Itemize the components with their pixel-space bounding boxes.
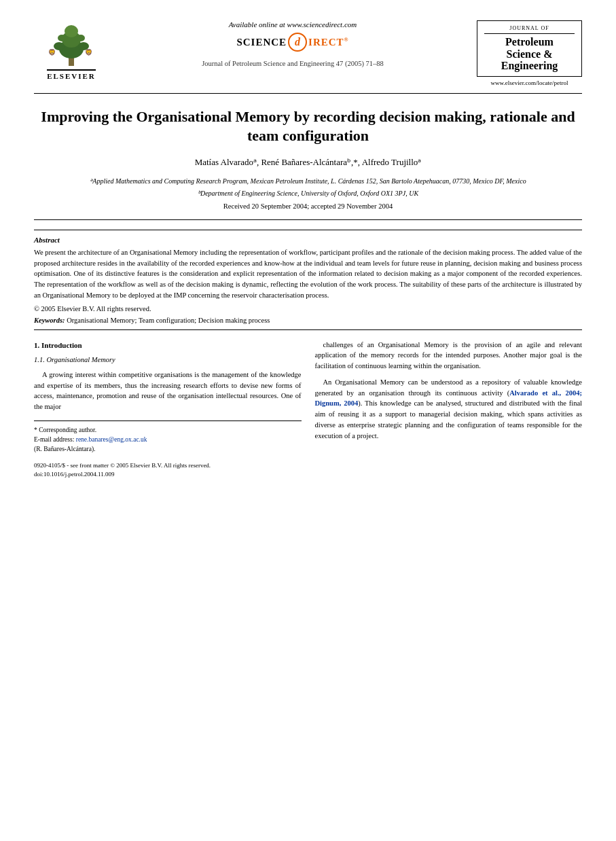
svg-point-7 xyxy=(77,35,85,41)
header-divider xyxy=(34,93,582,94)
keywords-label: Keywords: xyxy=(34,317,65,324)
email-line: E-mail address: rene.banares@eng.ox.ac.u… xyxy=(34,435,302,444)
two-column-layout: 1. Introduction 1.1. Organisational Memo… xyxy=(34,340,582,480)
author-name-note: (R. Bañares-Alcántara). xyxy=(34,444,302,454)
svg-point-3 xyxy=(65,25,78,37)
affiliation-a: ᵃApplied Mathematics and Computing Resea… xyxy=(34,176,582,186)
abstract-section: Abstract We present the architecture of … xyxy=(34,230,582,330)
journal-box-container: Journal of PetroleumScience &Engineering… xyxy=(477,20,582,86)
intro-paragraph-right-2: An Organisational Memory can be understo… xyxy=(315,377,583,442)
page-header: 🦁 🦁 ELSEVIER Available online at www.sci… xyxy=(34,20,582,86)
right-column: challenges of an Organisational Memory i… xyxy=(315,340,583,480)
elsevier-tree-icon: 🦁 🦁 xyxy=(44,20,98,68)
intro-paragraph-right-1: challenges of an Organisational Memory i… xyxy=(315,340,583,372)
sciencedirect-logo: SCIENCE d IRECT® xyxy=(236,33,348,52)
elsevier-logo: 🦁 🦁 ELSEVIER xyxy=(34,20,109,80)
affiliations: ᵃApplied Mathematics and Computing Resea… xyxy=(34,176,582,210)
subsection-1-1-heading: 1.1. Organisational Memory xyxy=(34,355,302,365)
available-online-text: Available online at www.sciencedirect.co… xyxy=(229,20,357,29)
email-label: E-mail address: xyxy=(34,436,74,443)
issn-line: 0920-4105/$ - see front matter © 2005 El… xyxy=(34,461,302,471)
received-date: Received 20 September 2004; accepted 29 … xyxy=(34,202,582,210)
corresponding-author-note: * Corresponding author. xyxy=(34,425,302,435)
citation-alvarado: Alvarado et al., 2004; Dignum, 2004 xyxy=(315,389,582,408)
bottom-bar: 0920-4105/$ - see front matter © 2005 El… xyxy=(34,461,302,480)
paper-title-section: Improving the Organisational Memory by r… xyxy=(34,107,582,168)
svg-point-6 xyxy=(58,35,66,41)
elsevier-label: ELSEVIER xyxy=(47,69,96,80)
intro-paragraph-1: A growing interest within competitive or… xyxy=(34,370,302,412)
left-column: 1. Introduction 1.1. Organisational Memo… xyxy=(34,340,302,480)
abstract-top-divider xyxy=(34,219,582,220)
keywords-text: Organisational Memory; Team configuratio… xyxy=(67,317,270,324)
authors: Matías Alvaradoᵃ, René Bañares-Alcántara… xyxy=(34,157,582,168)
abstract-title: Abstract xyxy=(34,236,582,244)
journal-box: Journal of PetroleumScience &Engineering xyxy=(477,20,582,77)
header-center: Available online at www.sciencedirect.co… xyxy=(109,20,477,67)
doi-line: doi:10.1016/j.petrol.2004.11.009 xyxy=(34,470,302,480)
paper-title: Improving the Organisational Memory by r… xyxy=(34,107,582,146)
journal-box-header: Journal of xyxy=(484,25,575,34)
affiliation-b: ᵇDepartment of Engineering Science, Univ… xyxy=(34,188,582,198)
keywords-line: Keywords: Organisational Memory; Team co… xyxy=(34,317,582,324)
science-text: SCIENCE xyxy=(236,37,287,48)
svg-text:🦁: 🦁 xyxy=(85,48,93,56)
abstract-text: We present the architecture of an Organi… xyxy=(34,247,582,301)
journal-ref-text: Journal of Petroleum Science and Enginee… xyxy=(202,60,384,67)
journal-box-title: PetroleumScience &Engineering xyxy=(484,36,575,72)
sd-circle-icon: d xyxy=(288,33,307,52)
svg-rect-0 xyxy=(69,58,74,66)
section-1-heading: 1. Introduction xyxy=(34,340,302,351)
copyright-text: © 2005 Elsevier B.V. All rights reserved… xyxy=(34,305,582,312)
journal-website: www.elsevier.com/locate/petrol xyxy=(491,79,568,86)
direct-text: IRECT® xyxy=(308,37,349,48)
svg-text:🦁: 🦁 xyxy=(48,48,56,56)
footnote-area: * Corresponding author. E-mail address: … xyxy=(34,420,302,454)
email-address: rene.banares@eng.ox.ac.uk xyxy=(76,436,147,443)
